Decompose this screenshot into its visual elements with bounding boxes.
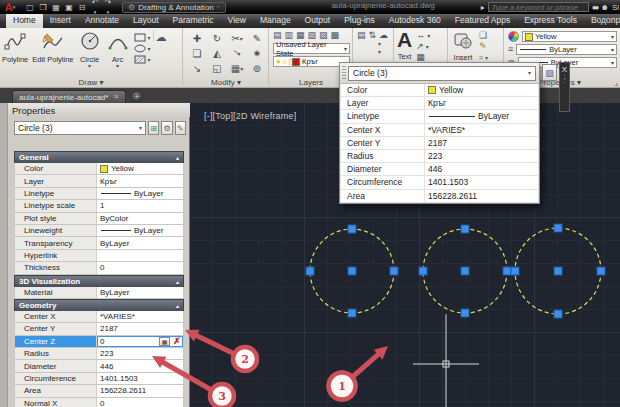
grip-handle[interactable] xyxy=(348,225,356,233)
rotate-icon[interactable]: ↻ xyxy=(207,31,227,46)
select-objects-button[interactable]: ⚙ xyxy=(161,121,172,135)
grip-handle[interactable] xyxy=(461,267,469,275)
property-row-diameter[interactable]: Diameter446 xyxy=(340,163,539,176)
collapse-icon[interactable]: ▴ xyxy=(176,302,179,309)
property-row-diameter[interactable]: Diameter446 xyxy=(14,360,184,372)
property-value[interactable]: 1 xyxy=(97,200,183,211)
palette-grip-bar[interactable] xyxy=(0,103,8,407)
modify-panel-label[interactable]: Modify ▾ xyxy=(184,78,268,88)
property-value[interactable]: ByColor xyxy=(97,213,183,224)
property-value[interactable] xyxy=(97,250,183,261)
property-value[interactable]: 2187 xyxy=(97,323,183,334)
close-icon[interactable]: X xyxy=(562,65,567,74)
trim-icon[interactable]: ✂▾ xyxy=(227,31,247,46)
property-value[interactable]: Yellow xyxy=(97,163,183,174)
color-wheel-icon[interactable] xyxy=(508,31,519,42)
hatch-button[interactable]: ▾ xyxy=(134,55,151,64)
property-value[interactable]: 0 xyxy=(97,262,183,273)
property-row-color[interactable]: ColorYellow xyxy=(14,163,184,175)
tab-водопровод[interactable]: Водопровод xyxy=(584,13,620,28)
grip-handle[interactable] xyxy=(306,267,314,275)
property-value[interactable]: *VARIES* xyxy=(97,311,183,322)
property-value[interactable]: 223 xyxy=(425,150,538,162)
property-row-material[interactable]: MaterialByLayer xyxy=(14,287,184,299)
dimension-button[interactable]: ↔▾ xyxy=(416,31,430,40)
property-row-center-x[interactable]: Center X*VARIES* xyxy=(340,124,539,137)
layer-tools-dropdown-2[interactable]: ▾ xyxy=(354,50,393,54)
leader-button[interactable]: ↗▾ xyxy=(416,42,430,51)
stretch-icon[interactable]: ↘ xyxy=(187,61,207,76)
quick-calculator-button[interactable]: ▦ xyxy=(159,337,170,347)
property-value[interactable]: 446 xyxy=(97,360,183,371)
layer-tools-dropdown[interactable]: ▾ xyxy=(354,42,393,46)
undo-icon[interactable]: ↶▾ xyxy=(89,0,101,16)
lineweight-dropdown[interactable]: ByLayer ▾ xyxy=(516,44,617,55)
expand-arrow-icon[interactable]: ▸ xyxy=(481,3,485,12)
grip-handle[interactable] xyxy=(348,267,356,275)
object-type-selector[interactable]: Circle (3) ▾ xyxy=(14,121,146,135)
property-row-center-z[interactable]: Center Z0▦✗ xyxy=(14,336,184,348)
arc-button[interactable]: Arc ▾ xyxy=(104,30,132,76)
plot-icon[interactable]: ⊟ xyxy=(76,3,88,12)
user-icon[interactable]: ☻ xyxy=(600,3,608,12)
property-row-center-x[interactable]: Center X*VARIES* xyxy=(14,311,184,323)
property-row-linetype[interactable]: LinetypeByLayer xyxy=(340,110,539,123)
property-value[interactable]: Yellow xyxy=(425,84,538,96)
move-icon[interactable]: ✚ xyxy=(187,31,207,46)
grip-handle[interactable] xyxy=(597,267,605,275)
property-row-plot-style[interactable]: Plot styleByColor xyxy=(14,213,184,225)
autocad-logo-icon[interactable]: A▾ xyxy=(0,1,20,14)
signin-label[interactable]: Si xyxy=(612,3,619,12)
drag-grip-icon[interactable] xyxy=(342,66,346,81)
property-value[interactable]: ByLayer xyxy=(97,287,183,298)
property-value[interactable]: ByLayer xyxy=(425,110,538,122)
property-row-circumference[interactable]: Circumference1401.1503 xyxy=(340,176,539,189)
table-button[interactable]: ▦ xyxy=(416,53,430,62)
copy-icon[interactable]: ❏ xyxy=(187,46,207,61)
workspace-switcher[interactable]: ⚙ Drafting & Annotation ▾ xyxy=(122,2,226,13)
offset-icon[interactable]: ⊚ xyxy=(247,61,267,76)
tab-layout[interactable]: Layout xyxy=(126,13,166,28)
mirror-icon[interactable]: ◭ xyxy=(207,46,227,61)
section-header-geometry[interactable]: Geometry▴ xyxy=(14,299,184,311)
property-row-normal-x[interactable]: Normal X0 xyxy=(14,398,184,407)
grip-handle[interactable] xyxy=(348,309,356,317)
collapse-icon[interactable]: ▴ xyxy=(176,278,179,285)
grip-handle[interactable] xyxy=(461,309,469,317)
ellipse-button[interactable]: ▾ xyxy=(134,44,151,53)
collapse-icon[interactable]: ▴ xyxy=(176,154,179,161)
scale-icon[interactable]: ◱ xyxy=(207,61,227,76)
quick-properties-options-button[interactable]: ▨ xyxy=(542,64,557,81)
property-row-circumference[interactable]: Circumference1401.1503 xyxy=(14,373,184,385)
property-value[interactable]: 2187 xyxy=(425,137,538,149)
property-row-area[interactable]: Area156228.2611 xyxy=(14,385,184,397)
tab-featured-apps[interactable]: Featured Apps xyxy=(448,13,517,28)
property-row-radius[interactable]: Radius223 xyxy=(14,348,184,360)
attribute-sync-button[interactable]: ⌗▾ xyxy=(479,53,488,62)
grip-handle[interactable] xyxy=(511,267,519,275)
property-value[interactable]: 1401.1503 xyxy=(425,176,538,188)
erase-icon[interactable]: ✎ xyxy=(247,31,267,46)
revision-cloud-button[interactable]: ☁ xyxy=(156,33,167,42)
tab-output[interactable]: Output xyxy=(298,13,338,28)
property-value[interactable]: ByLayer xyxy=(97,225,183,236)
property-row-linetype-scale[interactable]: Linetype scale1 xyxy=(14,200,184,212)
draw-panel-label[interactable]: Draw ▾ xyxy=(0,78,182,88)
quick-properties-selector[interactable]: Circle (3) ▾ xyxy=(348,66,536,81)
property-row-layer[interactable]: LayerКръг xyxy=(340,97,539,110)
edit-attribute-button[interactable]: ✎ xyxy=(479,42,488,51)
property-row-radius[interactable]: Radius223 xyxy=(340,150,539,163)
property-value[interactable]: ByLayer xyxy=(97,237,183,248)
save-icon[interactable]: ▦ xyxy=(50,3,62,12)
new-file-icon[interactable]: ▢ xyxy=(24,3,36,12)
new-tab-button[interactable]: + xyxy=(131,91,142,102)
save-as-icon[interactable]: ▣ xyxy=(63,3,75,12)
tab-autodesk-360[interactable]: Autodesk 360 xyxy=(382,13,448,28)
quick-select-button[interactable]: ✎ xyxy=(175,121,186,135)
search-binoculars-icon[interactable]: ●● xyxy=(592,3,598,12)
property-row-center-y[interactable]: Center Y2187 xyxy=(340,137,539,150)
property-value[interactable]: 156228.2611 xyxy=(97,385,183,396)
search-input[interactable] xyxy=(488,2,589,12)
property-value[interactable]: *VARIES* xyxy=(425,124,538,136)
property-row-lineweight[interactable]: LineweightByLayer xyxy=(14,225,184,237)
